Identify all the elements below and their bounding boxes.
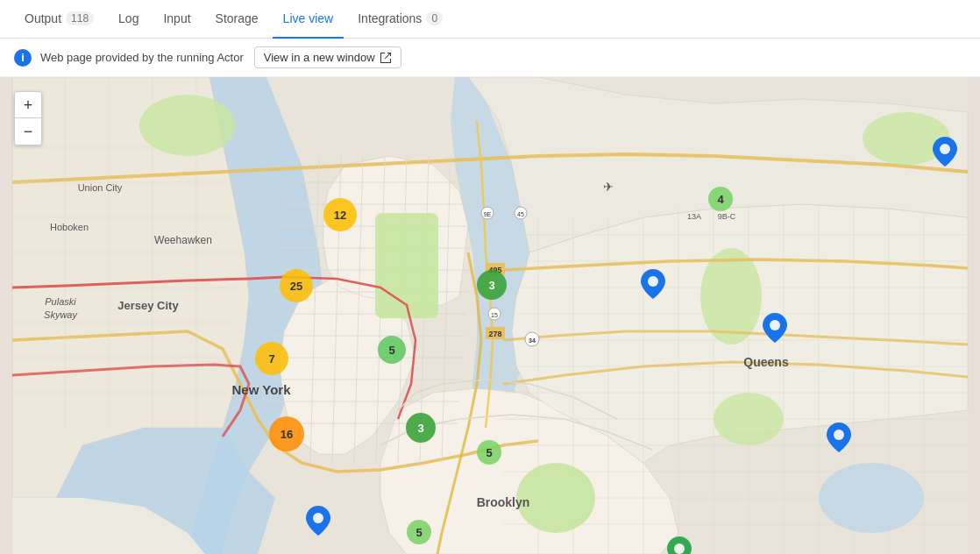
tab-label-live-view: Live view [283, 11, 334, 25]
tab-live-view[interactable]: Live view [273, 0, 344, 39]
tab-integrations[interactable]: Integrations0 [347, 0, 453, 39]
svg-text:13A: 13A [687, 212, 701, 221]
tab-log[interactable]: Log [108, 0, 149, 39]
svg-point-62 [819, 463, 924, 533]
svg-point-92 [674, 543, 685, 554]
cluster-marker-c2[interactable]: 25 [280, 269, 313, 302]
svg-text:✈: ✈ [603, 180, 614, 194]
svg-text:45: 45 [517, 211, 524, 217]
cluster-marker-c3[interactable]: 3 [477, 270, 507, 300]
new-window-button[interactable]: View in a new window [254, 46, 401, 68]
cluster-marker-c10[interactable]: 5 [407, 520, 431, 544]
tab-badge-output: 118 [66, 11, 94, 25]
tab-bar: Output118LogInputStorageLive viewIntegra… [0, 0, 980, 39]
svg-text:9E: 9E [484, 211, 492, 217]
new-window-label: View in a new window [264, 51, 375, 64]
svg-text:Skyway: Skyway [44, 309, 78, 320]
cluster-marker-c5[interactable]: 5 [378, 336, 406, 364]
svg-point-61 [714, 393, 784, 445]
zoom-in-button[interactable]: + [15, 92, 41, 118]
cluster-marker-c6[interactable]: 4 [708, 187, 733, 211]
svg-point-94 [940, 144, 950, 154]
svg-text:New York: New York [232, 382, 292, 397]
zoom-out-button[interactable]: − [15, 118, 41, 145]
svg-rect-56 [375, 213, 438, 318]
info-icon: i [14, 49, 32, 67]
pin-marker-p8[interactable] [933, 137, 957, 170]
tab-label-log: Log [118, 11, 138, 25]
svg-text:9B-C: 9B-C [718, 212, 736, 221]
pin-marker-p4[interactable] [306, 506, 330, 539]
map-background: 495 278 Jersey City Weehawken Union City… [0, 77, 980, 554]
svg-text:Pulaski: Pulaski [45, 296, 76, 307]
pin-marker-p2[interactable] [763, 313, 787, 346]
svg-text:Brooklyn: Brooklyn [477, 495, 530, 509]
tab-label-input: Input [163, 11, 190, 25]
svg-point-90 [313, 513, 323, 523]
pin-marker-p6[interactable] [667, 536, 692, 554]
svg-text:Jersey City: Jersey City [117, 299, 179, 312]
tab-label-output: Output [25, 11, 61, 25]
pin-marker-p3[interactable] [827, 423, 851, 456]
tab-output[interactable]: Output118 [14, 0, 104, 39]
tab-storage[interactable]: Storage [205, 0, 269, 39]
svg-point-89 [834, 430, 844, 440]
cluster-marker-c9[interactable]: 5 [477, 440, 501, 465]
cluster-marker-c4[interactable]: 7 [255, 342, 288, 375]
cluster-marker-c7[interactable]: 16 [269, 416, 304, 451]
svg-text:Weehawken: Weehawken [154, 234, 212, 246]
svg-point-87 [648, 276, 658, 287]
svg-text:34: 34 [529, 337, 536, 344]
cluster-marker-c1[interactable]: 12 [323, 198, 357, 231]
info-message: Web page provided by the running Actor [40, 51, 244, 64]
svg-point-88 [770, 320, 780, 330]
info-bar: i Web page provided by the running Actor… [0, 39, 980, 77]
svg-text:278: 278 [488, 330, 501, 338]
cluster-marker-c8[interactable]: 3 [406, 413, 436, 443]
tab-input[interactable]: Input [153, 0, 201, 39]
external-link-icon [380, 52, 392, 64]
svg-text:Queens: Queens [743, 355, 789, 369]
zoom-controls: + − [14, 91, 42, 146]
svg-point-59 [139, 95, 236, 156]
pin-marker-p1[interactable] [641, 269, 665, 302]
tab-label-integrations: Integrations [358, 11, 422, 25]
svg-text:Union City: Union City [78, 182, 123, 193]
map-container[interactable]: 495 278 Jersey City Weehawken Union City… [0, 77, 980, 554]
svg-text:Hoboken: Hoboken [50, 222, 89, 232]
tab-badge-integrations: 0 [426, 11, 443, 25]
tab-label-storage: Storage [216, 11, 259, 25]
svg-text:15: 15 [491, 312, 498, 318]
